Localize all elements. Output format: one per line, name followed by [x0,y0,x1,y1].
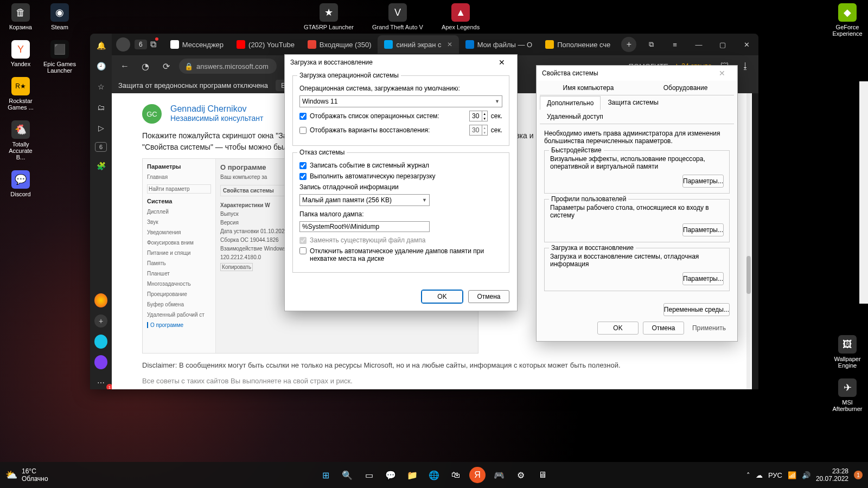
copy-window-icon[interactable]: ⧉ [639,34,663,55]
tray-volume-icon[interactable]: 🔊 [802,471,810,479]
desktop-icon-yandex[interactable]: YYandex [4,40,37,67]
more-icon[interactable]: ⋯ [94,376,107,389]
page-scrollbar[interactable] [746,93,751,389]
tab-remote[interactable]: Удаленный доступ [540,110,610,124]
desktop-icon-rockstar[interactable]: R★Rockstar Games ... [4,77,37,111]
start-button[interactable]: ⊞ [317,467,334,483]
spin-up-icon[interactable]: ▲ [482,111,487,116]
debug-info-combo[interactable]: Малый дамп памяти (256 KB)▼ [299,194,430,206]
bookmarks-icon[interactable]: ☆ [94,80,107,93]
spin-down-icon[interactable]: ▼ [482,116,487,121]
alisa-icon[interactable] [94,356,107,369]
desktop-icon-steam[interactable]: ◉Steam [43,3,76,30]
desktop-icon-geforce[interactable]: ◆GeForce Experience [831,3,864,37]
search-icon[interactable]: 🔍 [339,467,355,483]
window-count[interactable]: 6 [135,40,147,49]
show-list-checkbox[interactable] [299,113,307,120]
ok-button[interactable]: OK [422,290,463,303]
show-list-seconds[interactable]: ▲▼ [469,111,488,121]
tab-computer-name[interactable]: Имя компьютера [540,81,637,95]
profiles-params-button[interactable]: Параметры... [682,223,724,236]
add-panel-icon[interactable]: + [94,314,107,328]
desktop-icon-gtav[interactable]: VGrand Theft Auto V [372,3,423,30]
desktop-icon-gta5rp[interactable]: ★GTA5RP Launcher [304,3,354,30]
settings-icon[interactable]: ⚙ [513,467,529,483]
env-vars-button[interactable]: Переменные среды... [663,303,730,316]
store-icon[interactable]: 🛍 [448,467,464,483]
edge-icon[interactable]: 🌐 [426,467,442,483]
desktop-icon-tabs[interactable]: 🐔Totally Accurate B... [4,120,37,160]
scrollbar-thumb[interactable] [746,256,751,294]
tab-youtube[interactable]: (202) YouTube [230,35,301,54]
profile-icon[interactable] [116,37,130,52]
close-icon[interactable]: ✕ [712,69,732,78]
clock[interactable]: 23:28 20.07.2022 [816,467,848,483]
close-icon[interactable]: ✕ [492,58,512,67]
task-view-icon[interactable]: ▭ [361,467,377,483]
reload-icon[interactable]: ⟳ [158,59,174,74]
tab-onedrive[interactable]: Мои файлы — О [459,35,539,54]
chat-icon[interactable]: 💬 [382,467,399,483]
maximize-icon[interactable]: ▢ [711,34,735,55]
minimize-icon[interactable]: — [687,34,711,55]
weather-widget[interactable]: ⛅ 16°C Облачно [5,467,48,483]
address-field[interactable]: 🔒answers.microsoft.com [179,59,277,74]
notification-count[interactable]: 1 [854,471,863,479]
close-icon[interactable]: ✕ [735,34,758,55]
collections-icon[interactable]: 🗂 [94,101,107,114]
tab-ms-answers[interactable]: синий экран с✕ [378,35,458,54]
default-os-combo[interactable]: Windows 11▼ [299,95,502,107]
author-name[interactable]: Gennadij Chernikov [170,104,263,114]
download-icon[interactable]: ⭳ [738,59,753,74]
explorer-icon[interactable]: 📁 [404,467,420,483]
tab-gmail[interactable]: Входящие (350) [301,35,378,54]
desktop-icon-apex[interactable]: ▲Apex Legends [442,3,480,30]
discord-taskbar-icon[interactable]: 🎮 [491,467,507,483]
extensions-icon[interactable]: 🧩 [94,159,107,172]
tab-hardware[interactable]: Оборудование [637,81,734,95]
dialog-titlebar[interactable]: Свойства системы ✕ [537,66,737,81]
back-icon[interactable]: ← [117,59,132,74]
tab-payment[interactable]: Пополнение сче [539,35,617,54]
boot-params-button[interactable]: Параметры... [682,272,724,285]
system-props-taskbar-icon[interactable]: 🖥 [534,467,551,483]
show-recovery-checkbox[interactable] [299,127,307,134]
group-desc: Загрузка и восстановление системы, отлад… [550,253,724,268]
dump-folder-field[interactable] [299,221,430,232]
new-tab-button[interactable]: + [621,37,636,52]
tab-messenger[interactable]: Мессенджер [164,35,230,54]
yandex-services-icon[interactable] [94,294,107,307]
performance-params-button[interactable]: Параметры... [682,175,724,188]
dialog-scrollbar[interactable] [859,81,868,304]
yandex-browser-icon[interactable]: Я [469,467,486,483]
tab-advanced[interactable]: Дополнительно [540,96,601,110]
music-icon[interactable] [94,335,107,348]
tab-protection[interactable]: Защита системы [601,95,665,110]
cancel-button[interactable]: Отмена [643,322,684,335]
desktop-icon-wallpaper[interactable]: 🖼Wallpaper Engine [831,335,864,369]
summary-icon[interactable]: ◔ [138,59,153,74]
tray-wifi-icon[interactable]: 📶 [788,471,796,479]
menu-icon[interactable]: ≡ [663,34,687,55]
notifications-icon[interactable]: 🔔1 [94,39,107,52]
ok-button[interactable]: OK [597,322,639,335]
close-icon[interactable]: ✕ [447,41,452,48]
tray-onedrive-icon[interactable]: ☁ [756,471,763,479]
desktop-icon-epic[interactable]: ⬛Epic Games Launcher [43,40,76,74]
tray-chevron-icon[interactable]: ˄ [746,471,750,479]
cancel-button[interactable]: Отмена [468,290,509,303]
tray-language[interactable]: РУС [768,471,782,479]
auto-restart-checkbox[interactable] [299,173,307,180]
apply-button[interactable]: Применить [688,322,730,335]
desktop-icon-discord[interactable]: 💬Discord [4,170,37,197]
disable-autodel-checkbox[interactable] [299,247,307,254]
desktop-icon-msi[interactable]: ✈MSI Afterburner [831,378,864,412]
desktop-icon-trash[interactable]: 🗑Корзина [4,3,37,30]
log-event-checkbox[interactable] [299,162,307,169]
seconds-input[interactable] [470,111,482,121]
new-window-icon[interactable]: ⧉ [150,40,156,49]
history-icon[interactable]: 🕘 [94,60,107,73]
media-icon[interactable]: ▷ [94,121,107,134]
dialog-titlebar[interactable]: Загрузка и восстановление ✕ [285,55,517,70]
tab-group-badge[interactable]: 6 [95,142,107,152]
